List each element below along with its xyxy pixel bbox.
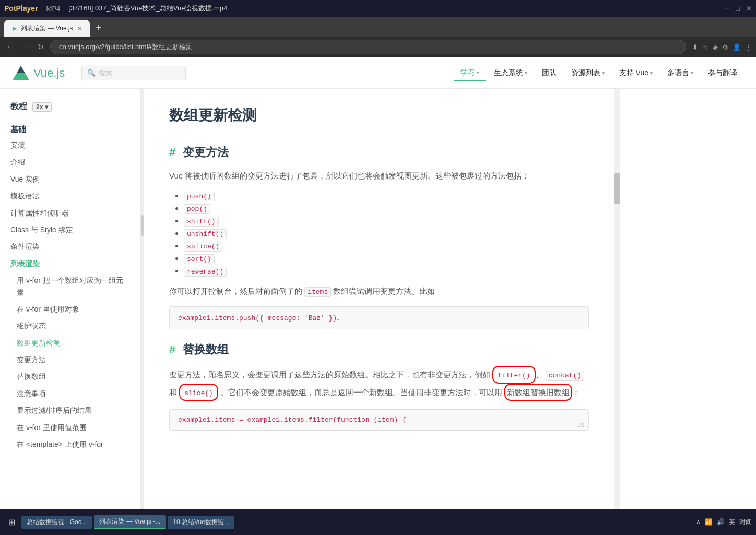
vue-nav: Vue.js 🔍 搜索 学习 ▾ 生态系统 ▾ 团队 资源列表 ▾ 支持 Vue… [0,57,756,89]
sidebar-scrollbar[interactable] [141,89,144,509]
sidebar-item-filter-sort[interactable]: 显示过滤/排序后的结果 [0,402,140,419]
sidebar-item-template-vfor[interactable]: 在 <template> 上使用 v-for [0,436,140,453]
method-sort: sort() [184,254,215,264]
start-button[interactable]: ⊞ [4,515,19,529]
section2-title: # 替换数组 [169,342,589,358]
sidebar-item-range[interactable]: 在 v-for 里使用值范围 [0,419,140,436]
back-button[interactable]: ← [4,41,16,53]
nav-support[interactable]: 支持 Vue ▾ [613,65,659,81]
sidebar-item-caveats[interactable]: 注意事项 [0,385,140,402]
taskbar-lang[interactable]: 英 [729,518,735,527]
sidebar-item-instance[interactable]: Vue 实例 [0,171,140,187]
sidebar-item-template[interactable]: 模板语法 [0,187,140,204]
method-reverse: reverse() [184,267,227,277]
vue-logo-icon [13,66,29,80]
taskbar-right: ∧ 📶 🔊 英 时间 [696,518,752,527]
content-scrollbar[interactable] [614,89,620,509]
sidebar-item-mutation[interactable]: 变更方法 [0,351,140,368]
title-bar: PotPlayer MP4 [37/168] 037_尚硅谷Vue技术_总结Vu… [0,0,756,17]
method-unshift: unshift() [184,229,227,239]
nav-resources[interactable]: 资源列表 ▾ [565,65,611,81]
browser-tab[interactable]: ▶ 列表渲染 — Vue.js ✕ [4,20,90,37]
download-icon[interactable]: ⬇ [692,43,698,51]
puzzle-icon[interactable]: ⚙ [722,43,728,51]
filter-code-annotated: filter() [492,366,535,383]
sidebar-header: 教程 2x ▾ [0,97,140,116]
sidebar-title: 教程 [10,101,27,112]
extension-icon[interactable]: ◈ [713,43,718,51]
sidebar-item-conditional[interactable]: 条件渲染 [0,238,140,255]
taskbar-app-vuejs[interactable]: 列表渲染 — Vue.js -... [94,515,166,529]
page-title: 数组更新检测 [169,105,589,132]
taskbar-app-google[interactable]: 总结数据监视 - Goo... [21,516,92,529]
items-code: items [304,287,331,297]
menu-icon[interactable]: ⋮ [745,43,752,51]
forward-button[interactable]: → [20,41,31,53]
page-body: 教程 2x ▾ 基础 安装 介绍 Vue 实例 模板语法 计算属性和侦听器 Cl… [0,89,756,509]
file-format: MP4 [46,5,61,13]
search-icon: 🔍 [87,69,96,77]
search-box[interactable]: 🔍 搜索 [81,66,186,80]
slice-code: slice() [182,389,216,398]
sidebar-item-install[interactable]: 安装 [0,137,140,153]
vue-logo[interactable]: Vue.js [13,66,65,80]
taskbar-time: 时间 [739,518,752,527]
filter-code: filter() [495,371,533,380]
vue-page: Vue.js 🔍 搜索 学习 ▾ 生态系统 ▾ 团队 资源列表 ▾ 支持 Vue… [0,57,756,509]
example-code: example1.items.push({ message: 'Baz' })。 [178,314,344,322]
new-tab-button[interactable]: + [90,19,108,37]
taskbar-volume-icon[interactable]: 🔊 [717,518,725,526]
concat-code: concat() [546,371,584,381]
svg-marker-1 [17,66,25,73]
sidebar-item-vfor-object[interactable]: 在 v-for 里使用对象 [0,301,140,317]
address-bar: ← → ↻ ⬇ ☆ ◈ ⚙ 👤 ⋮ [0,37,756,57]
tab-favicon: ▶ [13,25,17,32]
taskbar-app-csdn[interactable]: 10.总结Vue数据监... [168,516,234,529]
sidebar-item-replace[interactable]: 替换数组 [0,368,140,385]
app-name[interactable]: PotPlayer [4,4,38,13]
section1-title: # 变更方法 [169,145,589,160]
maximize-icon[interactable]: □ [736,5,740,13]
sidebar-item-maintain-state[interactable]: 维护状态 [0,317,140,334]
window-controls: ─ □ ✕ [725,5,752,13]
vue-logo-text: Vue.js [33,66,65,80]
section2-code: example1.items = example1.items.filter(f… [178,416,406,424]
sidebar-item-computed[interactable]: 计算属性和侦听器 [0,205,140,221]
sidebar-section-basics: 基础 [0,121,140,137]
list-item: shift() [184,216,589,225]
file-title: [37/168] 037_尚硅谷Vue技术_总结Vue监视数据.mp4 [68,4,716,13]
sidebar-item-class-style[interactable]: Class 与 Style 绑定 [0,221,140,238]
close-icon[interactable]: ✕ [746,5,752,13]
nav-links: 学习 ▾ 生态系统 ▾ 团队 资源列表 ▾ 支持 Vue ▾ 多语言 ▾ 参与翻… [454,65,743,81]
sidebar-version-selector[interactable]: 2x ▾ [32,102,52,112]
nav-ecosystem[interactable]: 生态系统 ▾ [488,65,534,81]
sidebar-item-intro[interactable]: 介绍 [0,153,140,170]
example-code-block: example1.items.push({ message: 'Baz' })。 [169,306,589,329]
minimize-icon[interactable]: ─ [725,5,729,13]
bookmark-icon[interactable]: ☆ [702,43,708,51]
nav-translate[interactable]: 参与翻译 [702,65,743,81]
list-item: reverse() [184,266,589,276]
taskbar-arrow-icon[interactable]: ∧ [696,518,701,526]
reload-button[interactable]: ↻ [36,41,46,53]
sidebar-item-list[interactable]: 列表渲染 [0,255,140,272]
tab-close-button[interactable]: ✕ [77,26,81,31]
sidebar-scroll-thumb [141,215,144,236]
anchor2-icon: # [169,343,175,356]
sidebar-item-vfor-array[interactable]: 用 v-for 把一个数组对应为一组元素 [0,272,140,301]
anchor-icon: # [169,146,175,159]
section2-intro: 变更方法，顾名思义，会变更调用了这些方法的原始数组。相比之下，也有非变更方法，例… [169,366,589,401]
nav-learn[interactable]: 学习 ▾ [454,65,486,81]
main-content: 数组更新检测 # 变更方法 Vue 将被侦听的数组的变更方法进行了包裹，所以它们… [144,89,614,509]
method-shift: shift() [184,217,219,227]
nav-team[interactable]: 团队 [536,65,563,81]
nav-language[interactable]: 多语言 ▾ [661,65,700,81]
taskbar-network-icon: 📶 [705,518,713,526]
sidebar-item-array-update[interactable]: 数组更新检测 [0,335,140,351]
mutation-methods-list: push() pop() shift() unshift() splice() … [184,191,589,276]
sidebar: 教程 2x ▾ 基础 安装 介绍 Vue 实例 模板语法 计算属性和侦听器 Cl… [0,89,141,509]
url-input[interactable] [50,40,686,54]
profile-icon[interactable]: 👤 [733,43,741,51]
tab-bar: ▶ 列表渲染 — Vue.js ✕ + [0,17,756,37]
list-item: sort() [184,254,589,263]
